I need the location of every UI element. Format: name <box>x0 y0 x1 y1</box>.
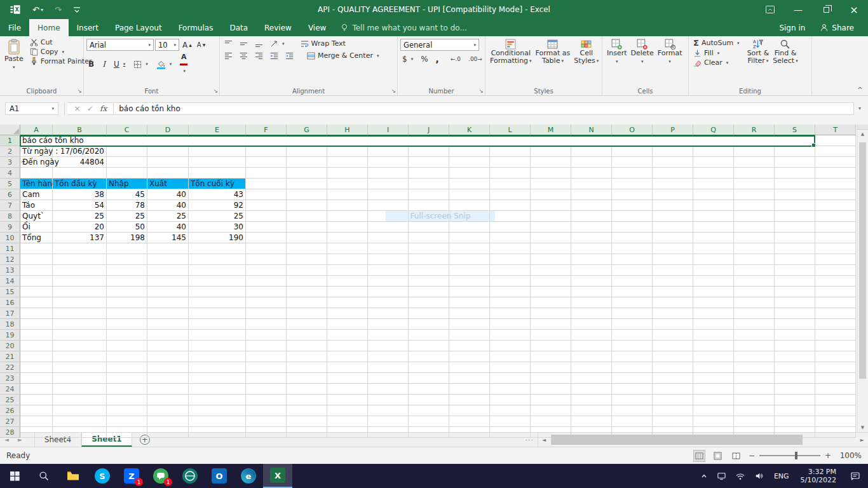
decrease-font-size-button[interactable]: A▼ <box>195 41 207 49</box>
cell-J27[interactable] <box>409 416 449 427</box>
align-center-button[interactable] <box>238 51 250 60</box>
cell-Q6[interactable] <box>693 189 734 200</box>
cell-R18[interactable] <box>734 319 775 330</box>
cell-S2[interactable] <box>775 146 815 157</box>
delete-cells-button[interactable]: Delete <box>629 37 656 67</box>
cell-G15[interactable] <box>287 287 327 297</box>
cell-L20[interactable] <box>490 341 531 351</box>
cell-A19[interactable] <box>20 330 53 341</box>
cell-E19[interactable] <box>189 330 246 341</box>
cell-K15[interactable] <box>449 287 490 297</box>
cell-C17[interactable] <box>107 308 147 319</box>
cell-N13[interactable] <box>571 265 612 276</box>
edge-button[interactable]: e <box>234 464 263 488</box>
top-align-button[interactable] <box>222 39 234 48</box>
cell-C4[interactable] <box>107 168 147 179</box>
merge-center-button[interactable]: Merge & Center <box>305 51 381 60</box>
cell-D2[interactable] <box>147 146 189 157</box>
cell-E25[interactable] <box>189 395 246 405</box>
cell-I15[interactable] <box>368 287 409 297</box>
cell-J19[interactable] <box>409 330 449 341</box>
cell-P23[interactable] <box>653 373 693 384</box>
cell-O13[interactable] <box>612 265 653 276</box>
cell-R17[interactable] <box>734 308 775 319</box>
cell-B26[interactable] <box>53 405 107 416</box>
cell-B17[interactable] <box>53 308 107 319</box>
cell-P17[interactable] <box>653 308 693 319</box>
column-header-B[interactable]: B <box>53 125 107 135</box>
cell-O18[interactable] <box>612 319 653 330</box>
cell-T25[interactable] <box>815 395 856 405</box>
undo-button[interactable]: ↶▾ <box>27 5 49 15</box>
cell-C28[interactable] <box>107 427 147 438</box>
ribbon-tab-file[interactable]: File <box>0 19 29 36</box>
cell-P15[interactable] <box>653 287 693 297</box>
cell-O2[interactable] <box>612 146 653 157</box>
cell-H1[interactable] <box>327 135 368 146</box>
cell-I28[interactable] <box>368 427 409 438</box>
cell-A7[interactable]: Táo <box>20 200 53 211</box>
column-header-L[interactable]: L <box>490 125 531 135</box>
insert-cells-button[interactable]: Insert <box>605 37 629 67</box>
cell-I12[interactable] <box>368 254 409 265</box>
scroll-up-icon[interactable]: ▲ <box>857 130 868 139</box>
cell-A15[interactable] <box>20 287 53 297</box>
zoom-out-button[interactable]: − <box>749 451 755 460</box>
cell-H27[interactable] <box>327 416 368 427</box>
cell-A20[interactable] <box>20 341 53 351</box>
cell-G13[interactable] <box>287 265 327 276</box>
cell-N26[interactable] <box>571 405 612 416</box>
row-header-7[interactable]: 7 <box>0 200 20 211</box>
cell-N9[interactable] <box>571 222 612 233</box>
cell-K27[interactable] <box>449 416 490 427</box>
cell-J12[interactable] <box>409 254 449 265</box>
cell-O15[interactable] <box>612 287 653 297</box>
cell-L13[interactable] <box>490 265 531 276</box>
cell-H21[interactable] <box>327 351 368 362</box>
column-header-H[interactable]: H <box>327 125 368 135</box>
outlook-button[interactable]: O <box>205 464 234 488</box>
cell-L11[interactable] <box>490 243 531 254</box>
cell-M19[interactable] <box>531 330 571 341</box>
cell-A25[interactable] <box>20 395 53 405</box>
cell-E11[interactable] <box>189 243 246 254</box>
cell-D9[interactable]: 40 <box>147 222 189 233</box>
sort-filter-button[interactable]: AZ Sort & Filter <box>745 37 771 67</box>
cell-F15[interactable] <box>246 287 287 297</box>
cell-R16[interactable] <box>734 297 775 308</box>
cell-A6[interactable]: Cam <box>20 189 53 200</box>
cell-J6[interactable] <box>409 189 449 200</box>
cell-C27[interactable] <box>107 416 147 427</box>
cell-S14[interactable] <box>775 276 815 287</box>
cell-C21[interactable] <box>107 351 147 362</box>
increase-font-size-button[interactable]: A▲ <box>180 40 194 50</box>
cell-I25[interactable] <box>368 395 409 405</box>
taskbar-search-button[interactable] <box>29 464 58 488</box>
cell-B21[interactable] <box>53 351 107 362</box>
cell-Q18[interactable] <box>693 319 734 330</box>
cell-O20[interactable] <box>612 341 653 351</box>
cell-Q5[interactable] <box>693 179 734 189</box>
cell-N7[interactable] <box>571 200 612 211</box>
zalo-button[interactable]: Z 1 <box>117 464 146 488</box>
cell-B5[interactable]: Tồn đầu kỳ <box>53 179 107 189</box>
column-header-E[interactable]: E <box>189 125 246 135</box>
cell-A22[interactable] <box>20 362 53 373</box>
cell-H23[interactable] <box>327 373 368 384</box>
cell-R21[interactable] <box>734 351 775 362</box>
cell-H22[interactable] <box>327 362 368 373</box>
cell-A8[interactable]: Quyt` <box>20 211 53 222</box>
cell-F13[interactable] <box>246 265 287 276</box>
cell-S20[interactable] <box>775 341 815 351</box>
cell-B20[interactable] <box>53 341 107 351</box>
formula-bar-expand-icon[interactable]: ▾ <box>854 105 865 111</box>
cell-L6[interactable] <box>490 189 531 200</box>
cell-H15[interactable] <box>327 287 368 297</box>
cell-H14[interactable] <box>327 276 368 287</box>
zoom-slider-thumb[interactable] <box>795 452 797 459</box>
volume-icon[interactable] <box>750 464 769 488</box>
cell-N4[interactable] <box>571 168 612 179</box>
page-layout-view-button[interactable] <box>712 450 724 462</box>
cell-A14[interactable] <box>20 276 53 287</box>
cell-F21[interactable] <box>246 351 287 362</box>
